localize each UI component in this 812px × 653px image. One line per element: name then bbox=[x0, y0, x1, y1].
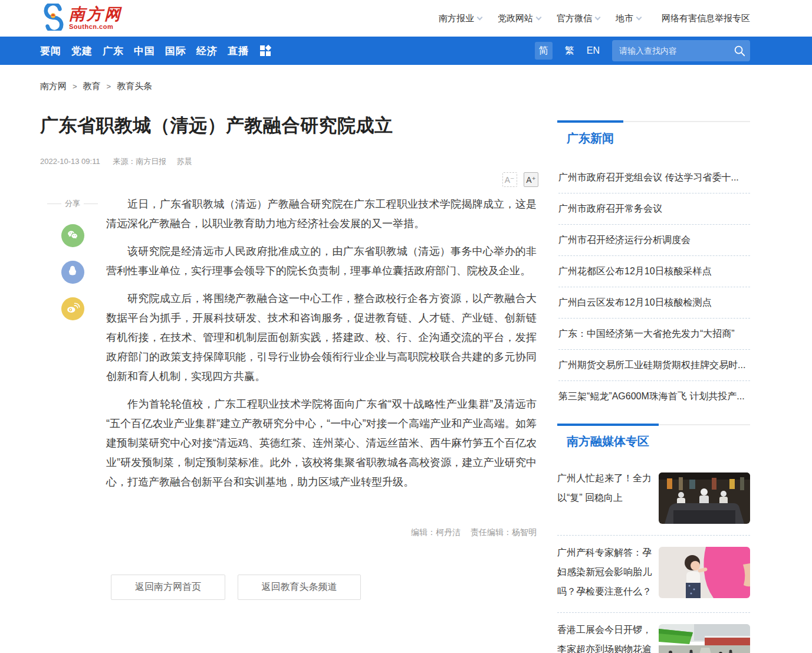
article-paragraph: 研究院成立后，将围绕产教融合这一中心工作，整合政校行企各方资源，以产教融合大数据… bbox=[106, 289, 537, 386]
chevron-down-icon bbox=[536, 14, 542, 20]
nav-item-dangjian[interactable]: 党建 bbox=[71, 44, 93, 58]
article-source: 来源：南方日报 bbox=[113, 157, 166, 166]
qq-penguin-icon bbox=[67, 264, 78, 280]
font-size-controls: A⁻ A⁺ bbox=[40, 172, 538, 188]
share-weibo-button[interactable] bbox=[61, 297, 84, 320]
breadcrumb-separator: > bbox=[107, 82, 111, 91]
wechat-icon bbox=[66, 228, 80, 244]
page-title: 广东省职教城（清远）产教融合研究院成立 bbox=[40, 113, 538, 138]
article-author: 苏晨 bbox=[177, 157, 192, 166]
top-link-official-wechat[interactable]: 官方微信 bbox=[557, 13, 600, 24]
chevron-down-icon bbox=[636, 14, 642, 20]
breadcrumb-home[interactable]: 南方网 bbox=[40, 81, 67, 92]
media-item-title: 广州人忙起来了！全力以“复” 回稳向上 bbox=[557, 468, 659, 524]
article-meta: 2022-10-13 09:11 来源：南方日报 苏晨 bbox=[40, 156, 538, 167]
share-wechat-button[interactable] bbox=[61, 224, 84, 247]
media-list: 广州人忙起来了！全力以“复” 回稳向上 bbox=[557, 461, 750, 653]
lang-traditional-button[interactable]: 繁 bbox=[565, 45, 574, 57]
article-paragraph: 该研究院是经清远市人民政府批准成立的，由广东省职教城（清远）事务中心举办的非营利… bbox=[106, 242, 537, 281]
factory-assembly-line-photo bbox=[659, 472, 750, 524]
nav-item-guangdong[interactable]: 广东 bbox=[103, 44, 124, 58]
list-item[interactable]: 广州期货交易所工业硅期货期权挂牌交易时... bbox=[558, 350, 750, 381]
media-item-title: 广州产科专家解答：孕妇感染新冠会影响胎儿吗？孕检要注意什么？ bbox=[557, 543, 659, 601]
list-item[interactable]: 广东：中国经济第一大省抢先发力“大招商” bbox=[558, 319, 750, 350]
breadcrumb: 南方网 > 教育 > 教育头条 bbox=[40, 65, 750, 92]
editor-credits: 编辑：柯丹洁 责任编辑：杨智明 bbox=[106, 527, 537, 538]
lang-simplified-button[interactable]: 简 bbox=[535, 42, 553, 60]
search-box bbox=[612, 40, 750, 61]
list-item[interactable]: 广州市政府召开党组会议 传达学习省委十... bbox=[558, 162, 750, 193]
search-icon bbox=[733, 50, 746, 59]
nav-item-jingji[interactable]: 经济 bbox=[196, 44, 218, 58]
chevron-down-icon bbox=[595, 14, 601, 20]
back-channel-button[interactable]: 返回教育头条频道 bbox=[238, 575, 361, 600]
top-link-nanfang-media[interactable]: 南方报业 bbox=[439, 13, 482, 24]
site-logo[interactable]: 南方网 Southcn.com bbox=[40, 4, 122, 33]
share-divider bbox=[47, 204, 61, 204]
logo-text-cn: 南方网 bbox=[69, 6, 122, 22]
editor-name: 编辑：柯丹洁 bbox=[411, 527, 461, 537]
list-item[interactable]: 广州白云区发布12月10日核酸检测点 bbox=[558, 287, 750, 319]
southcn-swirl-icon bbox=[40, 4, 67, 33]
search-input[interactable] bbox=[612, 46, 750, 55]
article-column: 广东省职教城（清远）产教融合研究院成立 2022-10-13 09:11 来源：… bbox=[40, 92, 538, 608]
top-link-gov-sites[interactable]: 党政网站 bbox=[498, 13, 541, 24]
top-link-harmful-info-report[interactable]: 网络有害信息举报专区 bbox=[662, 13, 750, 24]
font-decrease-button[interactable]: A⁻ bbox=[502, 172, 517, 187]
top-link-cities[interactable]: 地市 bbox=[616, 13, 641, 24]
list-item[interactable]: 广州市召开经济运行分析调度会 bbox=[558, 225, 750, 256]
list-item[interactable]: 第三架“鲲龙”AG600M珠海首飞 计划共投产... bbox=[558, 381, 750, 412]
pregnant-mother-child-photo bbox=[659, 547, 750, 598]
sidebar-section-title: 广东新闻 bbox=[557, 120, 623, 146]
article-paragraph: 近日，广东省职教城（清远）产教融合研究院在广东工程职业技术学院揭牌成立，这是清远… bbox=[106, 195, 537, 234]
logo-text-en: Southcn.com bbox=[69, 24, 122, 30]
sidebar: 广东新闻 广州市政府召开党组会议 传达学习省委十... 广州市政府召开常务会议 … bbox=[557, 121, 750, 653]
chevron-down-icon bbox=[477, 14, 483, 20]
more-channels-grid-icon[interactable] bbox=[260, 45, 271, 56]
sidebar-section-title: 南方融媒体专区 bbox=[557, 424, 659, 449]
share-label: 分享 bbox=[65, 198, 80, 209]
nav-item-zhongguo[interactable]: 中国 bbox=[134, 44, 155, 58]
main-nav-bar: 要闻 党建 广东 中国 国际 经济 直播 简 繁 EN bbox=[0, 37, 812, 65]
list-item[interactable]: 广州花都区公布12月10日核酸采样点 bbox=[558, 256, 750, 287]
nav-item-yaowen[interactable]: 要闻 bbox=[40, 44, 61, 58]
article-date: 2022-10-13 09:11 bbox=[40, 157, 100, 166]
header-links: 南方报业 党政网站 官方微信 地市 网络有害信息举报专区 bbox=[439, 13, 750, 24]
lang-english-button[interactable]: EN bbox=[587, 45, 600, 56]
sidebar-section-media-zone: 南方融媒体专区 广州人忙起来了！全力以“复” 回稳向上 bbox=[557, 424, 750, 653]
breadcrumb-education[interactable]: 教育 bbox=[83, 81, 101, 92]
back-home-button[interactable]: 返回南方网首页 bbox=[111, 575, 225, 600]
share-qq-button[interactable] bbox=[61, 261, 84, 284]
article-content: 近日，广东省职教城（清远）产教融合研究院在广东工程职业技术学院揭牌成立，这是清远… bbox=[106, 195, 537, 492]
font-increase-button[interactable]: A⁺ bbox=[524, 172, 538, 187]
news-list: 广州市政府召开党组会议 传达学习省委十... 广州市政府召开常务会议 广州市召开… bbox=[557, 162, 750, 412]
expo-crowd-photo bbox=[659, 624, 750, 653]
breadcrumb-education-headlines[interactable]: 教育头条 bbox=[117, 81, 152, 92]
sidebar-section-guangdong-news: 广东新闻 广州市政府召开党组会议 传达学习省委十... 广州市政府召开常务会议 … bbox=[557, 121, 750, 412]
nav-item-zhibo[interactable]: 直播 bbox=[228, 44, 249, 58]
media-item-title: 香港工展会今日开锣，李家超亦到场购物花逾两千元 bbox=[557, 620, 659, 653]
chief-editor-name: 责任编辑：杨智明 bbox=[471, 527, 537, 537]
breadcrumb-separator: > bbox=[73, 82, 77, 91]
site-header: 南方网 Southcn.com 南方报业 党政网站 官方微信 地市 网络有害信息… bbox=[0, 0, 812, 37]
media-list-item[interactable]: 广州人忙起来了！全力以“复” 回稳向上 bbox=[557, 461, 750, 536]
nav-item-guoji[interactable]: 国际 bbox=[165, 44, 186, 58]
share-divider bbox=[84, 204, 98, 204]
list-item[interactable]: 广州市政府召开常务会议 bbox=[558, 193, 750, 225]
nav-menu: 要闻 党建 广东 中国 国际 经济 直播 bbox=[40, 44, 271, 58]
article-paragraph: 作为首轮轮值校，广东工程职业技术学院将面向广东省“双十战略性产业集群”及清远市“… bbox=[106, 395, 537, 492]
weibo-icon bbox=[65, 301, 80, 317]
search-button[interactable] bbox=[733, 44, 746, 59]
media-list-item[interactable]: 广州产科专家解答：孕妇感染新冠会影响胎儿吗？孕检要注意什么？ bbox=[557, 536, 750, 613]
media-list-item[interactable]: 香港工展会今日开锣，李家超亦到场购物花逾两千元 bbox=[557, 613, 750, 653]
share-rail: 分享 bbox=[45, 198, 100, 320]
